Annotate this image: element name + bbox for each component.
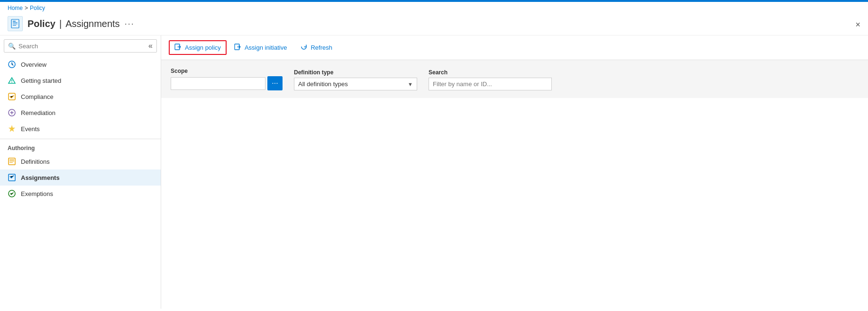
definitions-icon: [8, 157, 16, 166]
svg-rect-2: [13, 22, 18, 23]
svg-rect-10: [9, 160, 14, 160]
main-layout: 🔍 « Overview Getting started Compliance: [0, 36, 868, 309]
nav-item-overview[interactable]: Overview: [0, 56, 161, 72]
nav-item-events[interactable]: Events: [0, 121, 161, 137]
refresh-label: Refresh: [311, 44, 332, 51]
nav-item-exemptions[interactable]: Exemptions: [0, 186, 161, 202]
scope-browse-dots: ···: [272, 79, 278, 88]
scope-input[interactable]: [171, 77, 265, 90]
scope-row: ···: [171, 76, 283, 90]
overview-icon: [8, 60, 16, 69]
refresh-button[interactable]: Refresh: [294, 40, 338, 55]
assign-policy-button[interactable]: Assign policy: [169, 40, 227, 55]
svg-rect-11: [9, 161, 14, 161]
assignments-icon: [8, 173, 16, 182]
search-filter-label: Search: [429, 69, 552, 76]
search-input[interactable]: [18, 43, 146, 50]
nav-item-assignments[interactable]: Assignments: [0, 169, 161, 186]
exemptions-icon: [8, 189, 16, 198]
search-icon: 🔍: [8, 43, 16, 50]
toolbar: Assign policy Assign initiative Refresh: [161, 36, 868, 60]
nav-label-compliance: Compliance: [21, 93, 54, 100]
sidebar: 🔍 « Overview Getting started Compliance: [0, 36, 161, 309]
scope-browse-button[interactable]: ···: [267, 76, 283, 90]
breadcrumb: Home > Policy: [0, 2, 868, 14]
authoring-section-label: Authoring: [0, 139, 161, 153]
assign-initiative-icon: [234, 43, 242, 52]
scope-label: Scope: [171, 68, 283, 74]
nav-item-definitions[interactable]: Definitions: [0, 153, 161, 169]
nav-label-overview: Overview: [21, 61, 46, 68]
assign-initiative-button[interactable]: Assign initiative: [228, 40, 293, 55]
nav-label-remediation: Remediation: [21, 109, 55, 116]
nav-item-remediation[interactable]: Remediation: [0, 105, 161, 121]
getting-started-icon: [8, 76, 16, 85]
definition-type-filter-group: Definition type All definition types ▼: [294, 69, 417, 90]
nav-label-getting-started: Getting started: [21, 77, 61, 84]
main-content: Assign policy Assign initiative Refresh …: [161, 36, 868, 309]
refresh-icon: [300, 43, 308, 52]
remediation-icon: [8, 108, 16, 117]
assign-policy-label: Assign policy: [185, 44, 221, 51]
chevron-down-icon: ▼: [408, 81, 413, 87]
breadcrumb-separator: >: [25, 5, 28, 11]
sidebar-search-container: 🔍 «: [4, 39, 157, 53]
scope-filter-group: Scope ···: [171, 68, 283, 90]
nav-label-definitions: Definitions: [21, 158, 50, 165]
filter-bar: Scope ··· Definition type All definition…: [161, 60, 868, 98]
nav-item-getting-started[interactable]: Getting started: [0, 72, 161, 89]
page-header: Policy | Assignments ··· ×: [0, 14, 868, 36]
svg-rect-3: [13, 24, 18, 24]
nav-item-compliance[interactable]: Compliance: [0, 89, 161, 105]
definition-type-label: Definition type: [294, 69, 417, 76]
close-button[interactable]: ×: [855, 20, 860, 29]
nav-label-assignments: Assignments: [21, 174, 60, 181]
events-icon: [8, 124, 16, 133]
breadcrumb-home[interactable]: Home: [8, 5, 23, 11]
definition-type-select[interactable]: All definition types ▼: [294, 78, 417, 90]
breadcrumb-policy[interactable]: Policy: [30, 5, 45, 11]
assign-initiative-label: Assign initiative: [245, 44, 287, 51]
definition-type-value: All definition types: [298, 80, 348, 88]
svg-rect-12: [9, 162, 13, 163]
nav-label-exemptions: Exemptions: [21, 190, 53, 197]
svg-rect-1: [13, 21, 16, 22]
collapse-button[interactable]: «: [148, 42, 153, 50]
nav-label-events: Events: [21, 125, 40, 133]
svg-rect-4: [13, 25, 16, 26]
assign-policy-icon: [174, 43, 182, 52]
page-icon: [8, 16, 23, 31]
compliance-icon: [8, 92, 16, 101]
page-title: Policy | Assignments: [27, 18, 120, 29]
svg-point-7: [11, 82, 12, 83]
header-ellipsis-button[interactable]: ···: [125, 19, 135, 29]
search-filter-group: Search: [429, 69, 552, 90]
search-filter-input[interactable]: [429, 78, 552, 90]
